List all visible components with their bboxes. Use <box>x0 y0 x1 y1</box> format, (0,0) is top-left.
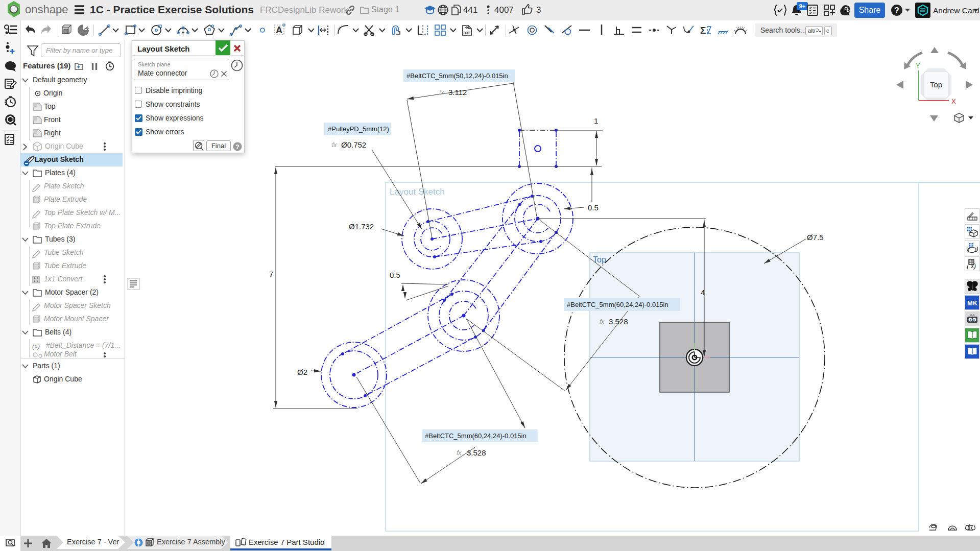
svg-text:Layout Sketch: Layout Sketch <box>390 187 445 197</box>
svg-text:X: X <box>951 98 956 105</box>
svg-text:Σ: Σ <box>700 25 706 36</box>
svg-text:Ø2: Ø2 <box>297 368 307 376</box>
svg-text:Top: Top <box>930 80 942 89</box>
svg-text:A: A <box>276 25 282 35</box>
svg-text:fx: fx <box>457 449 462 457</box>
svg-text:3.112: 3.112 <box>448 88 467 97</box>
svg-text:fx: fx <box>600 318 605 325</box>
svg-text:#BeltCTC_5mm(60,24,24)-0.015in: #BeltCTC_5mm(60,24,24)-0.015in <box>567 301 668 308</box>
svg-text:x): x) <box>970 262 976 270</box>
svg-text:0.5: 0.5 <box>390 271 400 279</box>
svg-text:Y: Y <box>916 62 920 69</box>
svg-text:7: 7 <box>269 270 273 278</box>
svg-text:fx: fx <box>439 89 444 96</box>
svg-text:Top: Top <box>593 255 606 264</box>
svg-text:Search tools...: Search tools... <box>760 26 806 34</box>
svg-text:fx: fx <box>332 141 337 149</box>
svg-text:4: 4 <box>701 288 705 297</box>
svg-text:Ø0.752: Ø0.752 <box>341 140 366 149</box>
svg-text:?: ? <box>235 143 239 151</box>
svg-text:alt/: alt/ <box>808 28 816 34</box>
svg-text:?: ? <box>894 6 899 15</box>
svg-text:3.528: 3.528 <box>467 448 486 457</box>
svg-text:DXF: DXF <box>464 31 471 35</box>
svg-text:#BeltCTC_5mm(50,12,24)-0.015in: #BeltCTC_5mm(50,12,24)-0.015in <box>407 72 508 80</box>
svg-text:Ø1.732: Ø1.732 <box>349 222 374 231</box>
svg-text:3.528: 3.528 <box>609 317 628 326</box>
svg-text:#BeltCTC_5mm(60,24,24)-0.015in: #BeltCTC_5mm(60,24,24)-0.015in <box>425 432 527 440</box>
svg-text:MK: MK <box>967 299 977 307</box>
svg-text:⚙⚙: ⚙⚙ <box>970 313 974 316</box>
svg-text:0.5: 0.5 <box>588 203 599 212</box>
svg-text:#PulleyPD_5mm(12): #PulleyPD_5mm(12) <box>328 125 389 133</box>
svg-text:1: 1 <box>594 116 598 125</box>
svg-text:c: c <box>826 28 829 34</box>
svg-text:Ø7.5: Ø7.5 <box>807 233 824 242</box>
